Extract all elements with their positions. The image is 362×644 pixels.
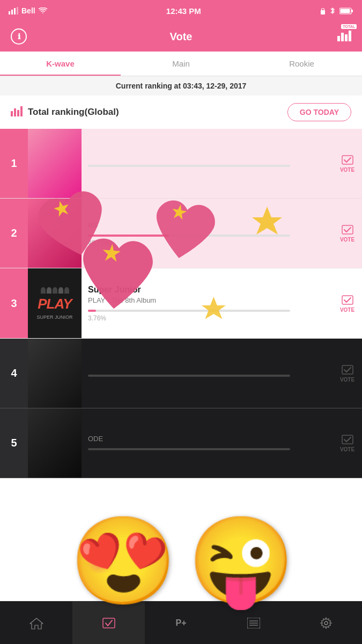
rank-3-thumbnail: PLAY SUPER JUNIOR <box>28 268 82 338</box>
bluetooth-icon <box>330 7 335 14</box>
status-right <box>320 7 353 14</box>
go-today-button[interactable]: GO TODAY <box>287 103 351 121</box>
plus-nav-label: P+ <box>175 618 186 628</box>
lock-icon <box>320 8 326 14</box>
rank-number-4: 4 <box>0 339 28 408</box>
svg-rect-3 <box>17 7 18 14</box>
tab-main[interactable]: Main <box>121 52 241 76</box>
carrier-name: Bell <box>21 6 35 15</box>
bar-chart-icon <box>11 105 23 116</box>
wink-tongue-emoji: 😜 <box>188 518 295 604</box>
rank-3-vote[interactable]: VOTE <box>333 268 362 338</box>
rank-3-artist: Super Junior <box>88 285 326 295</box>
rank-number-3: 3 <box>0 268 28 338</box>
table-row: 2 RS 40.25% VOTE <box>0 199 362 268</box>
rank-2-thumbnail <box>28 199 82 268</box>
vote-label-5: VOTE <box>340 447 354 452</box>
wifi-icon <box>39 8 47 14</box>
total-ranking-header: Total ranking(Global) GO TODAY <box>0 96 362 129</box>
ranking-title-group: Total ranking(Global) <box>11 105 119 120</box>
rank-number-1: 1 <box>0 129 28 198</box>
rank-number-5: 5 <box>0 408 28 478</box>
vote-label-4: VOTE <box>340 377 354 383</box>
svg-rect-0 <box>9 11 10 14</box>
vote-label-1: VOTE <box>340 167 354 173</box>
rank-5-thumbnail <box>28 408 82 478</box>
signal-icon <box>9 7 18 14</box>
nav-settings[interactable] <box>290 602 362 644</box>
svg-rect-13 <box>14 108 16 116</box>
svg-rect-14 <box>17 110 19 116</box>
rank-5-album: ODE <box>88 435 326 443</box>
settings-icon <box>320 617 333 630</box>
tab-kwave[interactable]: K-wave <box>0 52 121 76</box>
ranking-chart-icon <box>11 105 23 120</box>
nav-vote[interactable] <box>72 602 145 644</box>
list-icon <box>247 618 260 628</box>
svg-rect-9 <box>341 33 344 41</box>
total-chart-button[interactable]: TOTAL <box>336 27 351 46</box>
svg-rect-11 <box>349 31 351 41</box>
svg-rect-10 <box>345 34 348 41</box>
home-icon <box>29 617 43 630</box>
table-row: 4 VOTE <box>0 339 362 408</box>
rank-4-info <box>82 339 333 408</box>
rank-5-vote[interactable]: VOTE <box>333 408 362 478</box>
chart-icon: TOTAL <box>336 27 351 46</box>
table-row: 1 VOTE <box>0 129 362 199</box>
svg-rect-4 <box>321 10 325 14</box>
bottom-navigation: P+ <box>0 601 362 644</box>
header-title: Vote <box>170 31 193 43</box>
svg-rect-8 <box>337 36 340 41</box>
rank-2-info: RS 40.25% <box>82 199 333 268</box>
rank-4-vote[interactable]: VOTE <box>333 339 362 408</box>
heart-eyes-emoji: 😍 <box>70 518 177 604</box>
app-header: ℹ Vote TOTAL <box>0 21 362 52</box>
table-row: 5 ODE VOTE <box>0 408 362 478</box>
status-left: Bell <box>9 6 47 15</box>
vote-label-3: VOTE <box>340 307 354 313</box>
vote-label-2: VOTE <box>340 237 354 243</box>
status-bar: Bell 12:43 PM <box>0 0 362 21</box>
rank-2-album: RS <box>88 221 326 229</box>
svg-point-31 <box>324 621 328 625</box>
tab-rookie[interactable]: Rookie <box>241 52 362 76</box>
rank-number-2: 2 <box>0 199 28 268</box>
rank-1-vote[interactable]: VOTE <box>333 129 362 198</box>
vote-icon-3 <box>342 294 353 306</box>
chart-bars-icon <box>336 27 351 42</box>
vote-icon-1 <box>342 154 353 166</box>
ranking-title: Total ranking(Global) <box>28 107 119 118</box>
svg-rect-2 <box>14 8 16 14</box>
rank-3-percent: 3.76% <box>88 314 326 322</box>
rank-2-vote[interactable]: VOTE <box>333 199 362 268</box>
nav-plus[interactable]: P+ <box>145 602 217 644</box>
svg-rect-7 <box>340 9 350 13</box>
rank-2-percent: 40.25% <box>88 239 326 247</box>
rank-1-info <box>82 129 333 198</box>
rank-4-thumbnail <box>28 339 82 408</box>
battery-icon <box>339 8 353 14</box>
rank-5-info: ODE <box>82 408 333 478</box>
vote-icon-2 <box>342 224 353 236</box>
vote-nav-icon <box>102 617 116 630</box>
svg-rect-12 <box>11 111 13 116</box>
vote-icon-4 <box>342 364 353 376</box>
svg-rect-6 <box>351 10 353 12</box>
rank-1-thumbnail <box>28 129 82 198</box>
info-button[interactable]: ℹ <box>11 28 27 45</box>
nav-home[interactable] <box>0 602 72 644</box>
vote-icon-5 <box>342 434 353 445</box>
nav-list[interactable] <box>217 602 290 644</box>
tab-bar: K-wave Main Rookie <box>0 52 362 76</box>
svg-rect-26 <box>103 618 115 628</box>
info-icon[interactable]: ℹ <box>11 28 27 45</box>
svg-rect-15 <box>20 106 23 116</box>
svg-rect-1 <box>11 10 13 14</box>
total-badge: TOTAL <box>341 24 357 29</box>
table-row: 3 PLAY SUPER JUNIOR Super Junior PLAY - … <box>0 268 362 339</box>
rank-list: 1 VOTE 2 RS 40.25% <box>0 129 362 478</box>
rank-3-album: PLAY - The 8th Album <box>88 296 326 304</box>
rank-3-info: Super Junior PLAY - The 8th Album 3.76% <box>82 268 333 338</box>
ranking-info-bar: Current ranking at 03:43, 12-29, 2017 <box>0 76 362 96</box>
